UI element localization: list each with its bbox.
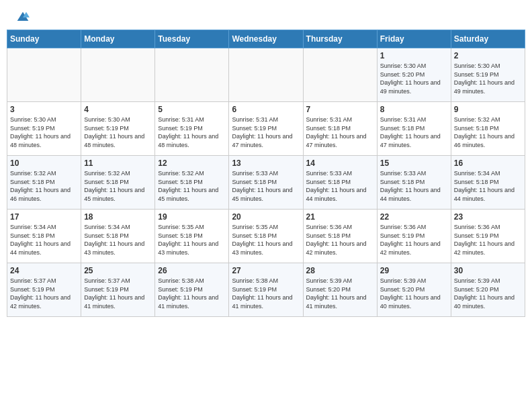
weekday-header-wednesday: Wednesday	[229, 30, 303, 48]
calendar-cell: 20Sunrise: 5:35 AM Sunset: 5:18 PM Dayli…	[229, 210, 303, 263]
calendar-week-row: 1Sunrise: 5:30 AM Sunset: 5:20 PM Daylig…	[7, 48, 525, 102]
calendar-container: SundayMondayTuesdayWednesdayThursdayFrid…	[0, 30, 532, 324]
calendar-cell: 7Sunrise: 5:31 AM Sunset: 5:18 PM Daylig…	[303, 102, 377, 156]
day-info: Sunrise: 5:32 AM Sunset: 5:18 PM Dayligh…	[454, 116, 522, 149]
calendar-cell: 22Sunrise: 5:36 AM Sunset: 5:19 PM Dayli…	[377, 210, 451, 263]
day-info: Sunrise: 5:30 AM Sunset: 5:20 PM Dayligh…	[380, 62, 448, 95]
calendar-cell: 6Sunrise: 5:31 AM Sunset: 5:19 PM Daylig…	[229, 102, 303, 156]
calendar-cell: 11Sunrise: 5:32 AM Sunset: 5:18 PM Dayli…	[81, 156, 155, 210]
day-number: 30	[454, 266, 522, 275]
calendar-cell: 4Sunrise: 5:30 AM Sunset: 5:19 PM Daylig…	[81, 102, 155, 156]
day-info: Sunrise: 5:36 AM Sunset: 5:19 PM Dayligh…	[454, 223, 522, 257]
calendar-cell: 14Sunrise: 5:33 AM Sunset: 5:18 PM Dayli…	[303, 156, 377, 210]
calendar-cell: 15Sunrise: 5:33 AM Sunset: 5:18 PM Dayli…	[377, 156, 451, 210]
day-info: Sunrise: 5:31 AM Sunset: 5:19 PM Dayligh…	[158, 116, 226, 149]
day-number: 5	[158, 105, 226, 114]
day-info: Sunrise: 5:34 AM Sunset: 5:18 PM Dayligh…	[454, 169, 522, 203]
calendar-cell: 13Sunrise: 5:33 AM Sunset: 5:18 PM Dayli…	[229, 156, 303, 210]
calendar-cell	[303, 48, 377, 102]
calendar-cell	[155, 48, 229, 102]
calendar-cell	[7, 48, 81, 102]
day-info: Sunrise: 5:31 AM Sunset: 5:19 PM Dayligh…	[232, 116, 300, 149]
calendar-cell: 21Sunrise: 5:36 AM Sunset: 5:18 PM Dayli…	[303, 210, 377, 263]
day-number: 18	[84, 212, 152, 222]
day-info: Sunrise: 5:39 AM Sunset: 5:20 PM Dayligh…	[454, 277, 522, 310]
calendar-week-row: 24Sunrise: 5:37 AM Sunset: 5:19 PM Dayli…	[7, 263, 525, 317]
calendar-cell: 2Sunrise: 5:30 AM Sunset: 5:19 PM Daylig…	[451, 48, 525, 102]
day-info: Sunrise: 5:33 AM Sunset: 5:18 PM Dayligh…	[232, 169, 300, 203]
calendar-cell: 27Sunrise: 5:38 AM Sunset: 5:19 PM Dayli…	[229, 263, 303, 317]
day-info: Sunrise: 5:35 AM Sunset: 5:18 PM Dayligh…	[158, 223, 226, 257]
calendar-cell: 5Sunrise: 5:31 AM Sunset: 5:19 PM Daylig…	[155, 102, 229, 156]
day-info: Sunrise: 5:38 AM Sunset: 5:19 PM Dayligh…	[158, 277, 226, 310]
calendar-cell	[229, 48, 303, 102]
logo	[13, 11, 30, 24]
day-number: 17	[10, 212, 78, 222]
calendar-cell: 24Sunrise: 5:37 AM Sunset: 5:19 PM Dayli…	[7, 263, 81, 317]
day-number: 19	[158, 212, 226, 222]
day-info: Sunrise: 5:36 AM Sunset: 5:18 PM Dayligh…	[306, 223, 374, 257]
logo-icon	[16, 11, 30, 24]
day-info: Sunrise: 5:30 AM Sunset: 5:19 PM Dayligh…	[84, 116, 152, 149]
day-number: 1	[380, 51, 448, 60]
calendar-week-row: 17Sunrise: 5:34 AM Sunset: 5:18 PM Dayli…	[7, 210, 525, 263]
calendar-week-row: 3Sunrise: 5:30 AM Sunset: 5:19 PM Daylig…	[7, 102, 525, 156]
day-info: Sunrise: 5:32 AM Sunset: 5:18 PM Dayligh…	[84, 169, 152, 203]
day-number: 12	[158, 158, 226, 168]
day-number: 26	[158, 266, 226, 275]
day-info: Sunrise: 5:35 AM Sunset: 5:18 PM Dayligh…	[232, 223, 300, 257]
day-info: Sunrise: 5:39 AM Sunset: 5:20 PM Dayligh…	[306, 277, 374, 310]
day-info: Sunrise: 5:31 AM Sunset: 5:18 PM Dayligh…	[380, 116, 448, 149]
calendar-cell: 19Sunrise: 5:35 AM Sunset: 5:18 PM Dayli…	[155, 210, 229, 263]
weekday-header-row: SundayMondayTuesdayWednesdayThursdayFrid…	[7, 30, 525, 48]
day-number: 7	[306, 105, 374, 114]
day-info: Sunrise: 5:32 AM Sunset: 5:18 PM Dayligh…	[158, 169, 226, 203]
day-info: Sunrise: 5:32 AM Sunset: 5:18 PM Dayligh…	[10, 169, 78, 203]
day-number: 28	[306, 266, 374, 275]
weekday-header-friday: Friday	[377, 30, 451, 48]
weekday-header-tuesday: Tuesday	[155, 30, 229, 48]
day-number: 11	[84, 158, 152, 168]
calendar-cell: 1Sunrise: 5:30 AM Sunset: 5:20 PM Daylig…	[377, 48, 451, 102]
day-info: Sunrise: 5:33 AM Sunset: 5:18 PM Dayligh…	[380, 169, 448, 203]
day-info: Sunrise: 5:31 AM Sunset: 5:18 PM Dayligh…	[306, 116, 374, 149]
weekday-header-monday: Monday	[81, 30, 155, 48]
day-number: 22	[380, 212, 448, 222]
day-number: 23	[454, 212, 522, 222]
calendar-cell: 28Sunrise: 5:39 AM Sunset: 5:20 PM Dayli…	[303, 263, 377, 317]
day-number: 13	[232, 158, 300, 168]
calendar-cell: 12Sunrise: 5:32 AM Sunset: 5:18 PM Dayli…	[155, 156, 229, 210]
day-number: 14	[306, 158, 374, 168]
day-info: Sunrise: 5:30 AM Sunset: 5:19 PM Dayligh…	[10, 116, 78, 149]
calendar-cell: 29Sunrise: 5:39 AM Sunset: 5:20 PM Dayli…	[377, 263, 451, 317]
day-info: Sunrise: 5:38 AM Sunset: 5:19 PM Dayligh…	[232, 277, 300, 310]
calendar-cell: 8Sunrise: 5:31 AM Sunset: 5:18 PM Daylig…	[377, 102, 451, 156]
calendar-cell: 3Sunrise: 5:30 AM Sunset: 5:19 PM Daylig…	[7, 102, 81, 156]
calendar-cell: 17Sunrise: 5:34 AM Sunset: 5:18 PM Dayli…	[7, 210, 81, 263]
calendar-week-row: 10Sunrise: 5:32 AM Sunset: 5:18 PM Dayli…	[7, 156, 525, 210]
calendar-cell: 30Sunrise: 5:39 AM Sunset: 5:20 PM Dayli…	[451, 263, 525, 317]
day-number: 4	[84, 105, 152, 114]
day-info: Sunrise: 5:36 AM Sunset: 5:19 PM Dayligh…	[380, 223, 448, 257]
day-number: 8	[380, 105, 448, 114]
calendar-cell	[81, 48, 155, 102]
calendar-body: 1Sunrise: 5:30 AM Sunset: 5:20 PM Daylig…	[7, 48, 525, 317]
day-info: Sunrise: 5:34 AM Sunset: 5:18 PM Dayligh…	[84, 223, 152, 257]
day-number: 20	[232, 212, 300, 222]
calendar-cell: 9Sunrise: 5:32 AM Sunset: 5:18 PM Daylig…	[451, 102, 525, 156]
day-number: 25	[84, 266, 152, 275]
day-number: 2	[454, 51, 522, 60]
calendar-cell: 26Sunrise: 5:38 AM Sunset: 5:19 PM Dayli…	[155, 263, 229, 317]
day-info: Sunrise: 5:37 AM Sunset: 5:19 PM Dayligh…	[10, 277, 78, 310]
calendar-cell: 25Sunrise: 5:37 AM Sunset: 5:19 PM Dayli…	[81, 263, 155, 317]
day-number: 27	[232, 266, 300, 275]
day-number: 29	[380, 266, 448, 275]
day-info: Sunrise: 5:39 AM Sunset: 5:20 PM Dayligh…	[380, 277, 448, 310]
day-info: Sunrise: 5:33 AM Sunset: 5:18 PM Dayligh…	[306, 169, 374, 203]
day-info: Sunrise: 5:30 AM Sunset: 5:19 PM Dayligh…	[454, 62, 522, 95]
weekday-header-sunday: Sunday	[7, 30, 81, 48]
calendar-cell: 10Sunrise: 5:32 AM Sunset: 5:18 PM Dayli…	[7, 156, 81, 210]
weekday-header-saturday: Saturday	[451, 30, 525, 48]
calendar-cell: 16Sunrise: 5:34 AM Sunset: 5:18 PM Dayli…	[451, 156, 525, 210]
day-number: 3	[10, 105, 78, 114]
